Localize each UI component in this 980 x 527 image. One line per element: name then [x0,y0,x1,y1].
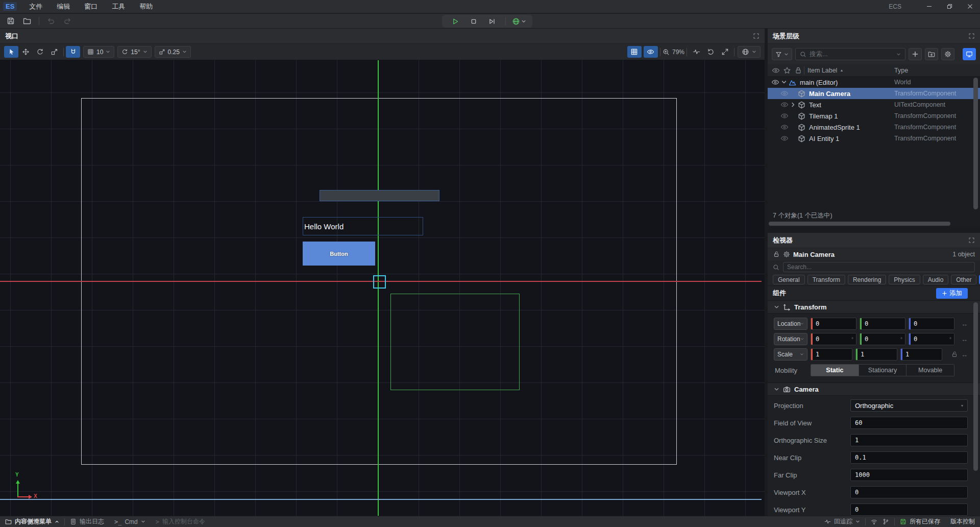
undo-button[interactable] [44,15,58,27]
inspector-search[interactable] [783,262,975,272]
fit-view-button[interactable] [718,46,732,58]
add-component-button[interactable]: 添加 [936,288,968,299]
network-status-button[interactable] [866,516,883,527]
mobility-static[interactable]: Static [811,365,859,376]
version-control-button[interactable]: 版本控制 [945,516,980,527]
menu-item-3[interactable]: 工具 [105,0,132,13]
rotation-y-field[interactable]: 0° [860,333,905,345]
content-drawer-button[interactable]: 内容侧滑菜单 [0,516,64,527]
lock-icon[interactable] [951,351,958,358]
column-item-label[interactable]: Item Label ▲ [807,67,843,74]
cmd-dropdown[interactable]: >_ Cmd [109,516,151,527]
hierarchy-row[interactable]: TextUITextComponent [768,99,980,110]
show-gizmos-button[interactable] [644,46,658,58]
link-axes-icon[interactable]: ↔ [961,320,968,328]
show-grid-button[interactable] [627,46,642,58]
stop-button[interactable] [467,16,481,27]
location-y-field[interactable]: 0 [860,318,905,330]
snap-toggle-button[interactable] [66,46,80,58]
tab-general[interactable]: General [773,275,805,284]
menu-item-0[interactable]: 文件 [22,0,50,13]
maximize-button[interactable] [939,0,960,13]
move-tool-button[interactable] [18,46,33,58]
redo-button[interactable] [61,15,74,27]
launch-target-dropdown[interactable] [512,17,526,26]
visibility-toggle-icon[interactable] [780,134,789,142]
star-column-icon[interactable] [783,66,791,75]
selection-gizmo[interactable] [373,275,386,289]
link-axes-icon[interactable]: ↔ [961,351,968,358]
view-toggle-button[interactable] [963,48,976,60]
tab-other[interactable]: Other [951,275,976,284]
tab-rendering[interactable]: Rendering [848,275,886,284]
ui-text-element[interactable]: Hello World [303,217,423,235]
hierarchy-settings-button[interactable] [941,48,954,60]
inspector-vertical-scrollbar[interactable] [973,302,978,471]
hierarchy-row[interactable]: AI Entity 1TransformComponent [768,133,980,144]
hierarchy-row[interactable]: Main CameraTransformComponent [768,88,980,99]
trace-dropdown[interactable]: 回追踪 [819,516,865,527]
mobility-stationary[interactable]: Stationary [859,365,907,376]
gear-icon[interactable] [783,251,790,258]
tab-transform[interactable]: Transform [807,275,845,284]
open-button[interactable] [20,15,34,27]
field-input[interactable]: 1 [850,434,968,446]
rotate-tool-button[interactable] [33,46,47,58]
stats-button[interactable] [689,46,703,58]
hierarchy-search[interactable] [795,48,905,60]
scale-y-field[interactable]: 1 [855,348,897,361]
hierarchy-vertical-scrollbar[interactable] [973,78,978,209]
location-mode-dropdown[interactable]: Location [774,318,807,330]
field-input[interactable]: 0 [850,486,968,498]
reset-view-button[interactable] [703,46,718,58]
new-folder-button[interactable] [925,48,938,60]
menu-item-1[interactable]: 编辑 [50,0,77,13]
play-button[interactable] [448,16,462,27]
filter-dropdown[interactable] [772,48,792,60]
save-button[interactable] [4,15,17,27]
visibility-toggle-icon[interactable] [780,123,789,131]
field-input[interactable]: 60 [850,417,968,429]
viewport-canvas[interactable]: Hello World Button Y X [0,60,765,516]
ui-button-element[interactable]: Button [303,242,375,266]
eye-column-icon[interactable] [772,66,780,75]
field-input[interactable]: 0.1 [850,451,968,464]
lock-icon[interactable] [773,251,780,258]
hierarchy-search-input[interactable] [810,51,893,58]
grid-snap-dropdown[interactable]: 10 [83,46,114,58]
rotation-z-field[interactable]: 0° [909,333,954,345]
menu-item-2[interactable]: 窗口 [77,0,105,13]
field-input[interactable]: 1000 [850,469,968,481]
app-logo[interactable]: ES [3,2,17,11]
lock-column-icon[interactable] [794,66,802,75]
chevron-down-icon[interactable] [896,52,901,57]
link-axes-icon[interactable]: ↔ [961,336,968,343]
camera-bounds-rect[interactable] [390,294,520,390]
inspector-search-input[interactable] [787,264,971,271]
visibility-toggle-icon[interactable] [771,78,780,86]
expand-panel-icon[interactable] [753,33,760,39]
zoom-indicator[interactable]: 79% [663,49,684,56]
add-entity-button[interactable] [909,48,922,60]
hierarchy-row[interactable]: main (Editor)World [768,77,980,88]
scale-x-field[interactable]: 1 [811,348,852,361]
location-x-field[interactable]: 0 [811,318,856,330]
scale-snap-dropdown[interactable]: 0.25 [155,46,191,58]
select-tool-button[interactable] [4,46,18,58]
menu-item-4[interactable]: 帮助 [132,0,160,13]
visibility-toggle-icon[interactable] [780,89,789,98]
minimize-button[interactable] [919,0,939,13]
hierarchy-row[interactable]: Tilemap 1TransformComponent [768,110,980,122]
expander-down-icon[interactable] [780,79,788,85]
output-log-button[interactable]: 输出日志 [65,516,109,527]
visibility-toggle-icon[interactable] [780,112,789,120]
rotate-snap-dropdown[interactable]: 15° [117,46,151,58]
tab-physics[interactable]: Physics [889,275,920,284]
projection-select[interactable]: Orthographic▾ [850,399,968,412]
visibility-toggle-icon[interactable] [780,101,789,109]
scale-z-field[interactable]: 1 [900,348,942,361]
location-z-field[interactable]: 0 [909,318,954,330]
expand-panel-icon[interactable] [968,237,975,244]
expand-panel-icon[interactable] [968,33,975,39]
mobility-movable[interactable]: Movable [906,365,954,376]
